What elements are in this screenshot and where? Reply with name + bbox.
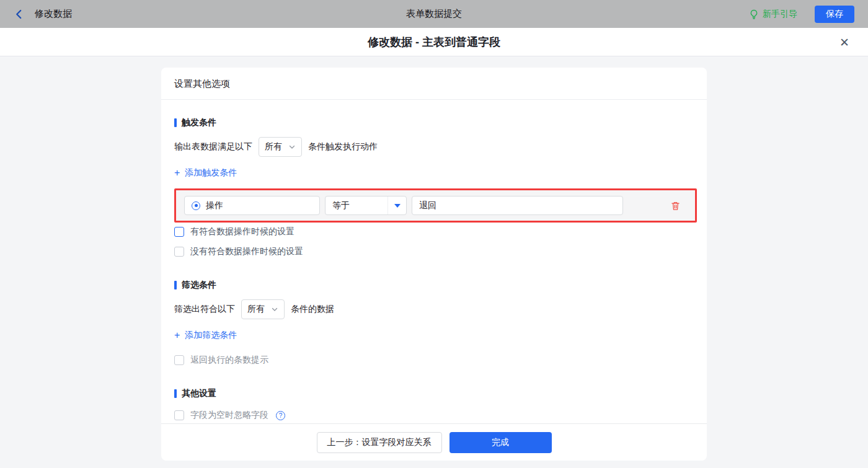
save-button[interactable]: 保存 <box>815 6 854 23</box>
checkbox-ignore-empty-label: 字段为空时忽略字段 <box>190 410 268 421</box>
condition-operator-select[interactable]: 等于 <box>325 196 407 215</box>
operator-caret-zone[interactable] <box>388 196 406 214</box>
checkbox-count-tip[interactable] <box>174 355 184 365</box>
previous-step-button[interactable]: 上一步：设置字段对应关系 <box>317 432 442 453</box>
checkbox-row-has-match[interactable]: 有符合数据操作时候的设置 <box>174 226 697 237</box>
checkbox-has-match[interactable] <box>174 227 184 237</box>
trigger-condition-row: 操作 等于 <box>174 188 697 223</box>
modal-body: 设置其他选项 触发条件 输出表数据满足以下 所有 条件触发执行动作 + 添加触发… <box>0 56 868 468</box>
checkbox-no-match[interactable] <box>174 247 184 257</box>
trigger-match-select[interactable]: 所有 <box>259 137 302 157</box>
filter-sentence: 筛选出符合以下 所有 条件的数据 <box>174 299 697 319</box>
other-section-title: 其他设置 <box>174 388 697 399</box>
add-filter-condition-label: 添加筛选条件 <box>185 330 237 341</box>
caret-down-icon <box>394 204 401 208</box>
trash-icon <box>670 200 681 211</box>
plus-icon: + <box>174 168 180 178</box>
delete-condition-button[interactable] <box>669 199 682 213</box>
filter-match-select[interactable]: 所有 <box>241 299 285 319</box>
close-icon[interactable]: ✕ <box>837 33 852 50</box>
other-section-label: 其他设置 <box>182 388 216 399</box>
app-topbar: 修改数据 表单数据提交 新手引导 保存 <box>0 0 868 28</box>
trigger-match-value: 所有 <box>265 141 282 152</box>
filter-section-label: 筛选条件 <box>182 280 216 291</box>
plus-icon: + <box>174 330 180 340</box>
filter-sentence-post: 条件的数据 <box>291 304 334 315</box>
trigger-section-title: 触发条件 <box>174 117 697 128</box>
filter-match-value: 所有 <box>247 304 265 315</box>
card-footer: 上一步：设置字段对应关系 完成 <box>161 423 707 461</box>
guide-label[interactable]: 新手引导 <box>763 9 797 20</box>
lightbulb-icon <box>749 9 759 19</box>
checkbox-ignore-empty[interactable] <box>174 410 184 420</box>
radio-target-icon <box>192 201 200 210</box>
section-accent-bar <box>174 281 177 289</box>
checkbox-count-tip-label: 返回执行的条数提示 <box>190 355 268 366</box>
trigger-sentence: 输出表数据满足以下 所有 条件触发执行动作 <box>174 137 697 157</box>
help-circle-icon[interactable]: ? <box>276 411 285 420</box>
checkbox-no-match-label: 没有符合数据操作时候的设置 <box>190 246 303 257</box>
filter-sentence-pre: 筛选出符合以下 <box>174 304 235 315</box>
app-title: 表单数据提交 <box>0 8 868 20</box>
modal-header: 修改数据 - 主表到普通字段 ✕ <box>0 28 868 56</box>
topbar-actions: 新手引导 保存 <box>749 6 854 23</box>
checkbox-row-count-tip[interactable]: 返回执行的条数提示 <box>174 355 697 366</box>
settings-card: 设置其他选项 触发条件 输出表数据满足以下 所有 条件触发执行动作 + 添加触发… <box>161 68 707 461</box>
trigger-sentence-post: 条件触发执行动作 <box>308 141 378 152</box>
card-content: 触发条件 输出表数据满足以下 所有 条件触发执行动作 + 添加触发条件 操作 <box>161 100 707 423</box>
section-accent-bar <box>174 389 177 398</box>
condition-value-input[interactable] <box>412 196 623 215</box>
chevron-down-icon <box>288 143 296 151</box>
add-filter-condition-link[interactable]: + 添加筛选条件 <box>174 330 237 341</box>
checkbox-has-match-label: 有符合数据操作时候的设置 <box>190 226 294 237</box>
section-accent-bar <box>174 118 177 127</box>
done-button[interactable]: 完成 <box>450 432 552 453</box>
trigger-sentence-pre: 输出表数据满足以下 <box>174 141 252 152</box>
condition-operator-value: 等于 <box>326 200 350 211</box>
trigger-section-label: 触发条件 <box>182 117 216 128</box>
condition-field-value: 操作 <box>206 200 223 211</box>
chevron-down-icon <box>271 306 278 313</box>
guide-link[interactable]: 新手引导 <box>749 9 797 20</box>
condition-field-select[interactable]: 操作 <box>184 196 320 215</box>
checkbox-row-ignore-empty[interactable]: 字段为空时忽略字段 ? <box>174 410 697 421</box>
card-header-title: 设置其他选项 <box>161 68 707 100</box>
modal-title: 修改数据 - 主表到普通字段 <box>368 35 500 50</box>
add-trigger-condition-label: 添加触发条件 <box>185 167 237 179</box>
checkbox-row-no-match[interactable]: 没有符合数据操作时候的设置 <box>174 246 697 257</box>
add-trigger-condition-link[interactable]: + 添加触发条件 <box>174 167 237 179</box>
filter-section-title: 筛选条件 <box>174 280 697 291</box>
